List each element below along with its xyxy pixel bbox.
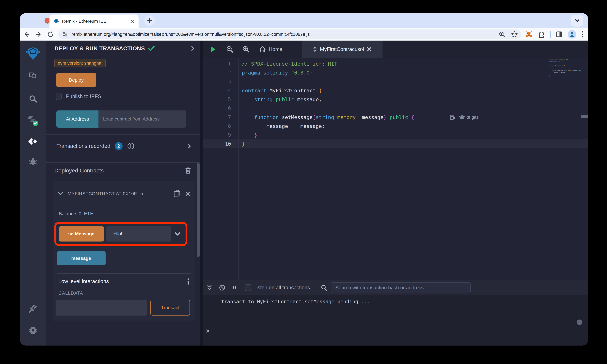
terminal: 0 listen on all transactions transact to… [203,280,588,346]
code-lines[interactable]: // SPDX-License-Identifier: MITpragma so… [242,59,545,148]
new-tab-button[interactable] [144,15,155,26]
publish-checkbox[interactable] [56,93,62,100]
toolbar-separator [550,31,551,38]
terminal-search-input[interactable] [331,282,471,293]
screenshot-stage: Remix - Ethereum IDE [0,0,607,364]
panel-header: DEPLOY & RUN TRANSACTIONS [54,45,195,52]
deploy-and-run-icon[interactable] [20,137,46,147]
gutter: 12345678910 [203,59,238,148]
page-zoom-icon[interactable] [499,31,505,38]
url-text[interactable]: remix.ethereum.org/#lang=en&optimize=fal… [72,32,499,37]
browser-menu-icon[interactable] [581,30,584,38]
code-editor[interactable]: 12345678910 // SPDX-License-Identifier: … [203,58,588,280]
copy-address-icon[interactable] [173,190,181,198]
panel-expand-chevron-icon[interactable] [191,46,195,52]
editor-area: Home MyFirstContract.sol 12345678 [200,40,588,346]
file-explorer-icon[interactable] [20,71,46,80]
contract-balance: Balance: 0. ETH [59,211,93,216]
set-message-input[interactable] [106,226,172,242]
tab-myfirstcontract[interactable]: MyFirstContract.sol [302,40,383,58]
gas-estimate-chip: infinite gas [450,113,479,122]
low-level-info-icon[interactable] [187,278,190,285]
home-tab-label: Home [269,46,282,52]
card-divider [57,273,191,274]
low-level-header: Low level interactions [58,278,190,285]
side-panel-icon[interactable] [555,31,563,38]
toolbar-extensions [525,30,588,39]
deployed-contracts-header: Deployed Contracts [54,167,191,174]
deployed-contracts-title: Deployed Contracts [54,167,185,174]
panel-scrollbar[interactable] [197,163,199,257]
bookmark-star-icon[interactable] [511,31,518,38]
calldata-input[interactable] [56,300,147,315]
back-button[interactable] [22,29,32,39]
calldata-label: CALLDATA [58,290,83,296]
debugger-bug-icon[interactable] [20,156,46,167]
terminal-search-icon [320,284,327,291]
search-icon[interactable] [20,94,46,104]
transactions-expand-chevron-icon[interactable] [188,143,191,149]
icon-rail [20,40,46,346]
zoom-out-icon[interactable] [226,45,234,53]
minimap[interactable]: // SPDX-License-Identifier: MITpragma so… [549,59,581,77]
extensions-puzzle-icon[interactable] [538,30,545,38]
reload-button[interactable] [46,29,55,39]
settings-gear-icon[interactable] [20,325,46,335]
terminal-prompt[interactable]: > [206,327,210,334]
zoom-in-icon[interactable] [242,45,250,53]
url-bar[interactable]: remix.ethereum.org/#lang=en&optimize=fal… [58,29,521,39]
site-settings-icon[interactable] [62,31,68,38]
remix-favicon-icon [53,18,59,24]
tab-home[interactable]: Home [259,46,282,53]
clear-contracts-trash-icon[interactable] [185,167,191,174]
metamask-icon[interactable] [525,30,533,38]
low-level-title: Low level interactions [58,278,187,284]
transact-button[interactable]: Transact [150,300,190,315]
browser-toolbar: remix.ethereum.org/#lang=en&optimize=fal… [20,28,588,40]
browser-window: Remix - Ethereum IDE [20,13,588,346]
plugin-manager-icon[interactable] [20,304,46,313]
gas-pump-icon [450,115,455,120]
publish-label: Publish to IPFS [66,93,101,99]
solidity-compiler-icon[interactable] [20,115,46,127]
set-message-button[interactable]: setMessage [59,226,104,242]
transactions-row: Transactions recorded 2 [56,141,191,151]
browser-tab[interactable]: Remix - Ethereum IDE [50,14,139,28]
collapse-terminal-icon[interactable] [207,285,212,291]
file-tab-label: MyFirstContract.sol [320,46,364,52]
remove-contract-close-icon[interactable] [185,191,190,196]
home-icon [259,46,266,53]
scroll-indicator-dot[interactable] [577,320,582,325]
deploy-button[interactable]: Deploy [56,73,96,87]
terminal-log-line: transact to MyFirstContract.setMessage p… [221,299,370,304]
transactions-info-icon[interactable] [127,143,134,150]
clear-console-ban-icon[interactable] [219,284,225,291]
forward-button[interactable] [34,29,43,39]
overview-ruler-marker [581,115,588,118]
terminal-toolbar: 0 listen on all transactions [203,280,588,295]
gutter-border [238,58,238,280]
panel-divider [46,162,200,163]
tab-title: Remix - Ethereum IDE [62,19,130,24]
run-script-play-icon[interactable] [210,46,216,53]
solidity-file-icon [313,46,317,52]
profile-avatar[interactable] [568,30,576,39]
message-getter-button[interactable]: message [57,251,106,265]
tab-search-button[interactable] [571,15,583,26]
contract-title: MYFIRSTCONTRACT AT 0X10F...5 [68,191,169,196]
listen-checkbox[interactable] [245,284,251,291]
highlight-red-box: setMessage [54,222,187,246]
expand-args-chevron-down-icon[interactable] [175,232,180,236]
at-address-input[interactable] [98,110,186,128]
at-address-button[interactable]: At Address [56,110,98,128]
gas-estimate-label: infinite gas [457,115,479,120]
panel-divider [46,134,200,134]
close-file-tab-icon[interactable] [367,47,371,52]
remix-app: DEPLOY & RUN TRANSACTIONS evm version: s… [20,40,588,346]
deployed-contract-card: MYFIRSTCONTRACT AT 0X10F...5 Balance: 0.… [53,181,195,322]
tab-close-icon[interactable] [130,19,135,23]
terminal-log[interactable]: transact to MyFirstContract.setMessage p… [203,295,588,345]
contract-card-header[interactable]: MYFIRSTCONTRACT AT 0X10F...5 [58,190,190,198]
collapse-chevron-down-icon[interactable] [58,192,63,195]
remix-logo[interactable] [20,46,46,61]
